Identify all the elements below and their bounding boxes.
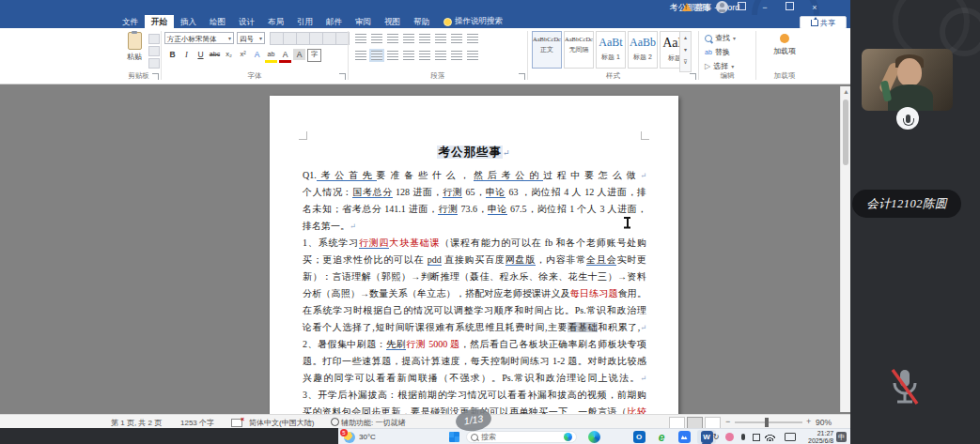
superscript-icon[interactable]: x²: [237, 49, 249, 60]
font-color-icon[interactable]: A: [279, 49, 291, 63]
scroll-up-icon[interactable]: ▲: [843, 88, 849, 95]
tab-插入[interactable]: 插入: [174, 15, 203, 28]
align-center-icon[interactable]: [371, 51, 382, 60]
contact-icon[interactable]: [725, 433, 734, 441]
tab-引用[interactable]: 引用: [290, 15, 319, 28]
mic-icon[interactable]: [741, 434, 745, 440]
select-button[interactable]: ▷ 选择▾: [705, 61, 734, 71]
copy-icon[interactable]: [148, 46, 160, 56]
weather-widget[interactable]: 5 30°C: [344, 430, 376, 444]
replace-button[interactable]: ab 替换: [705, 47, 730, 57]
taskbar-search[interactable]: 搜索: [466, 430, 577, 444]
tab-布局[interactable]: 布局: [261, 15, 290, 28]
font-name-combo[interactable]: 方正小标宋简体▾: [164, 32, 234, 44]
webcam-video-tile[interactable]: [862, 49, 953, 111]
ribbon-display-options-icon[interactable]: [731, 0, 752, 15]
highlight-icon[interactable]: ab: [265, 49, 277, 63]
phonetic-guide-icon[interactable]: [322, 32, 336, 45]
asian-layout-icon[interactable]: [435, 34, 446, 43]
dialog-launcher-icon[interactable]: [519, 73, 525, 80]
numbering-icon[interactable]: [371, 34, 382, 43]
sync-icon[interactable]: ↻: [711, 433, 721, 441]
style-标题 1[interactable]: AaBt标题 1: [596, 31, 626, 69]
taskbar-app-ie[interactable]: e: [652, 430, 671, 444]
clear-formatting-icon[interactable]: [309, 32, 323, 45]
tab-设计[interactable]: 设计: [232, 15, 261, 28]
addins-button[interactable]: 加载项: [757, 47, 812, 56]
dialog-launcher-icon[interactable]: [690, 73, 696, 80]
display-icon[interactable]: [785, 433, 796, 441]
restore-button[interactable]: [779, 0, 800, 15]
show-marks-icon[interactable]: [467, 34, 478, 43]
shrink-font-icon[interactable]: [283, 32, 297, 45]
share-button[interactable]: 共享: [800, 16, 847, 29]
addin-dot-icon[interactable]: [780, 34, 789, 43]
tab-视图[interactable]: 视图: [378, 15, 407, 28]
increase-indent-icon[interactable]: [419, 34, 430, 43]
tab-文件[interactable]: 文件: [116, 15, 145, 28]
borders-icon[interactable]: [467, 51, 478, 60]
word-count[interactable]: 1253 个字: [180, 418, 214, 428]
styles-gallery-scroll[interactable]: ▴▾⊽: [679, 31, 692, 72]
paste-button[interactable]: 粘贴: [122, 32, 147, 69]
page-info[interactable]: 第 1 页, 共 2 页: [111, 418, 162, 428]
tab-帮助[interactable]: 帮助: [407, 15, 436, 28]
minimize-button[interactable]: −: [754, 0, 775, 15]
avatar[interactable]: [716, 1, 728, 13]
distribute-icon[interactable]: [419, 51, 430, 60]
taskbar-app-file-explorer[interactable]: [607, 430, 626, 444]
underline-icon[interactable]: U: [194, 49, 207, 60]
multilevel-list-icon[interactable]: [387, 34, 398, 43]
find-button[interactable]: 查找▾: [705, 33, 736, 43]
change-case-icon[interactable]: [296, 32, 310, 45]
vertical-scrollbar[interactable]: ▲: [840, 86, 850, 412]
remote-icon[interactable]: [753, 434, 760, 441]
tell-me-box[interactable]: 操作说明搜索: [436, 15, 510, 28]
text-effects-icon[interactable]: A: [251, 49, 263, 60]
zoom-level[interactable]: 90%: [816, 418, 832, 427]
italic-icon[interactable]: I: [180, 49, 193, 60]
subscript-icon[interactable]: x₂: [223, 49, 235, 60]
tab-邮件[interactable]: 邮件: [319, 15, 349, 28]
dialog-launcher-icon[interactable]: [339, 73, 346, 80]
account-name[interactable]: 圆陈: [694, 3, 710, 14]
zoom-slider[interactable]: [735, 421, 802, 423]
line-spacing-icon[interactable]: [435, 51, 446, 60]
grow-font-icon[interactable]: [270, 32, 284, 45]
sort-icon[interactable]: [451, 34, 462, 43]
tab-开始[interactable]: 开始: [145, 15, 174, 28]
font-size-combo[interactable]: 四号▾: [237, 32, 265, 44]
ime-indicator[interactable]: 中: [836, 430, 847, 444]
close-button[interactable]: ×: [804, 0, 825, 15]
tab-绘图[interactable]: 绘图: [203, 15, 232, 28]
style-标题 2[interactable]: AaBb标题 2: [628, 31, 658, 69]
dialog-launcher-icon[interactable]: [152, 73, 159, 80]
style-正文[interactable]: AaBbCcDc正文: [532, 31, 562, 69]
enclose-character-icon[interactable]: 字: [307, 49, 321, 62]
bullets-icon[interactable]: [355, 34, 366, 43]
proofing-error-icon[interactable]: [231, 419, 242, 427]
cut-icon[interactable]: [148, 34, 160, 44]
decrease-indent-icon[interactable]: [403, 34, 414, 43]
warning-icon[interactable]: [682, 3, 692, 11]
taskbar-app-meeting[interactable]: [675, 430, 693, 444]
align-left-icon[interactable]: [355, 51, 366, 60]
participant-mic-button[interactable]: [896, 107, 919, 130]
shading-icon[interactable]: [451, 51, 462, 60]
document-page[interactable]: 考公那些事↵ Q1.考公首先要准备些什么，然后考公的过程中要怎么做↵个人情况：国…: [270, 96, 678, 414]
taskbar-app-outlook[interactable]: O: [630, 430, 648, 444]
zoom-out-button[interactable]: −: [725, 417, 730, 426]
zoom-slider-thumb[interactable]: [765, 418, 769, 427]
bold-icon[interactable]: B: [166, 49, 179, 60]
start-button[interactable]: [449, 430, 459, 444]
wifi-icon[interactable]: [765, 433, 775, 441]
justify-icon[interactable]: [403, 51, 414, 60]
strikethrough-icon[interactable]: abc: [209, 49, 221, 60]
accessibility-status[interactable]: 辅助功能: 一切就绪: [331, 418, 405, 428]
language-status[interactable]: 简体中文(中国大陆): [249, 418, 314, 428]
scrollbar-thumb[interactable]: [843, 100, 848, 165]
zoom-in-button[interactable]: +: [806, 417, 811, 426]
taskbar-clock[interactable]: 21:27 2025/6/8: [808, 430, 833, 444]
character-shading-icon[interactable]: A: [293, 49, 305, 60]
style-无间隔[interactable]: AaBbCcDc无间隔: [564, 31, 594, 69]
